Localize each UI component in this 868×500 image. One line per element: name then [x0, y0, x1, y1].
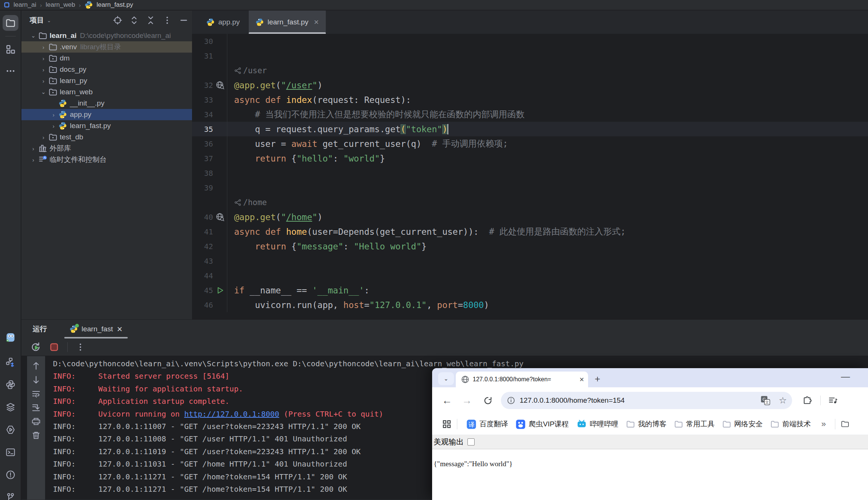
close-icon[interactable]: ✕ [116, 325, 122, 334]
gutter-border [227, 283, 227, 298]
hide-panel-icon[interactable] [179, 16, 188, 25]
tree-item-learn_ai[interactable]: ⌄learn_aiD:\code\pythoncode\learn_ai [21, 30, 192, 41]
code-area[interactable]: 3031/user32@app.get("/user")33async def … [192, 34, 868, 312]
arrow-down-icon[interactable] [32, 375, 41, 384]
bookmark-哔哩哔哩[interactable]: 哔哩哔哩 [573, 419, 622, 429]
project-tool-button[interactable] [3, 15, 18, 31]
minimize-icon[interactable]: — [841, 371, 850, 382]
tab-app-py[interactable]: app.py [200, 11, 246, 34]
code-token: } [380, 154, 385, 163]
bookmark-star-icon[interactable]: ☆ [779, 395, 787, 406]
expand-all-icon[interactable] [130, 16, 139, 25]
chevron-right-icon[interactable]: › [28, 145, 38, 152]
translate-icon[interactable]: G文 [761, 396, 770, 405]
stop-icon[interactable] [49, 342, 59, 352]
endpoint-inlay-hint[interactable]: /user [234, 66, 267, 75]
collapse-all-icon[interactable] [146, 16, 155, 25]
reload-icon[interactable] [483, 396, 493, 405]
back-icon[interactable]: ← [442, 395, 452, 406]
code-token: await [291, 139, 317, 149]
tree-item-learn_fast.py[interactable]: ›learn_fast.py [21, 120, 192, 131]
version-control-button[interactable] [3, 489, 18, 500]
tab-search-button[interactable]: ⌄ [438, 372, 454, 385]
chevron-right-icon[interactable]: › [38, 44, 48, 50]
tree-item-__init__.py[interactable]: __init__.py [21, 98, 192, 109]
print-icon[interactable] [32, 417, 41, 426]
chevron-right-icon[interactable]: › [48, 112, 59, 118]
tree-item-app.py[interactable]: ›app.py [21, 109, 192, 120]
locate-file-icon[interactable] [113, 16, 122, 25]
tree-item-test_db[interactable]: ›test_db [21, 131, 192, 143]
project-panel-title[interactable]: 项目 [30, 15, 44, 25]
tab-learn-fast-py[interactable]: learn_fast.py ✕ [249, 11, 326, 34]
endpoint-gutter-icon[interactable] [213, 81, 227, 89]
bookmarks-overflow-icon[interactable]: » [818, 419, 830, 429]
soft-wrap-icon[interactable] [32, 389, 41, 398]
run-gutter-icon[interactable] [213, 287, 227, 294]
tree-item-docs_py[interactable]: ›docs_py [21, 64, 192, 75]
pretty-print-checkbox[interactable] [467, 438, 475, 446]
close-icon[interactable]: ✕ [314, 18, 319, 26]
line-number: 43 [192, 257, 213, 266]
tree-item-learn_web[interactable]: ⌄learn_web [21, 86, 192, 98]
browser-content: {"message":"Hello world"} [432, 449, 868, 500]
bookmark-网络安全[interactable]: 网络安全 [718, 419, 767, 429]
breadcrumb-root[interactable]: learn_ai [14, 1, 36, 9]
terminal-button[interactable] [3, 444, 18, 460]
close-icon[interactable]: ✕ [579, 376, 584, 383]
chevron-down-icon[interactable]: ⌄ [38, 89, 48, 95]
arrow-up-icon[interactable] [32, 361, 41, 370]
python-packages-button[interactable] [3, 399, 18, 415]
text-caret [448, 124, 448, 134]
problems-button[interactable] [3, 467, 18, 483]
json-response-text: {"message":"Hello world"} [434, 460, 513, 468]
browser-tab[interactable]: 127.0.0.1:8000/home?token= ✕ [456, 372, 588, 387]
tree-item-外部库[interactable]: ›外部库 [21, 143, 192, 154]
site-info-icon[interactable] [507, 396, 515, 405]
folder-icon[interactable] [841, 420, 850, 429]
extensions-icon[interactable] [803, 396, 812, 405]
chevron-right-icon[interactable]: › [48, 123, 59, 129]
bookmark-百度翻译[interactable]: 译百度翻译 [463, 419, 512, 429]
bookmark-爬虫VIP课程[interactable]: 爬虫VIP课程 [512, 419, 573, 429]
tree-item-临时文件和控制台[interactable]: ›临时文件和控制台 [21, 154, 192, 165]
console-link[interactable]: http://127.0.0.1:8000 [184, 409, 279, 418]
tree-item-dm[interactable]: ›dm [21, 53, 192, 64]
address-bar[interactable]: 127.0.0.1:8000/home?token=154 G文 ☆ [501, 392, 792, 409]
tree-item-label: learn_fast.py [70, 122, 111, 130]
more-options-icon[interactable] [76, 343, 85, 352]
services-icon [6, 357, 15, 367]
scroll-end-icon[interactable] [32, 403, 41, 412]
chevron-down-icon[interactable]: ⌄ [28, 32, 38, 39]
chevron-right-icon[interactable]: › [28, 157, 38, 163]
apps-grid-icon[interactable] [442, 419, 452, 429]
breadcrumb-package[interactable]: learn_web [46, 1, 75, 9]
run-tab-learn-fast[interactable]: learn_fast ✕ [64, 320, 128, 338]
chevron-right-icon[interactable]: › [38, 78, 48, 84]
bookmark-常用工具[interactable]: 常用工具 [670, 419, 718, 429]
rerun-icon[interactable] [30, 342, 41, 352]
url-text[interactable]: 127.0.0.1:8000/home?token=154 [520, 396, 761, 405]
services-button[interactable] [3, 354, 18, 370]
bookmark-我的博客[interactable]: 我的博客 [622, 419, 670, 429]
chevron-right-icon[interactable]: › [38, 66, 48, 73]
chevron-right-icon[interactable]: › [38, 55, 48, 62]
new-tab-icon[interactable]: ＋ [593, 373, 602, 385]
tree-item-label: learn_py [60, 77, 87, 85]
more-tools-button[interactable] [3, 63, 18, 79]
endpoint-gutter-icon[interactable] [213, 213, 227, 221]
trash-icon[interactable] [32, 431, 41, 440]
tree-item-learn_py[interactable]: ›learn_py [21, 75, 192, 86]
endpoint-inlay-hint[interactable]: /home [234, 198, 267, 207]
structure-tool-button[interactable] [3, 41, 18, 57]
forward-icon[interactable]: → [462, 395, 472, 406]
breadcrumb-file[interactable]: learn_fast.py [97, 1, 133, 9]
panel-options-icon[interactable] [163, 16, 172, 25]
chevron-right-icon[interactable]: › [38, 134, 48, 140]
bookmark-前端技术[interactable]: 前端技术 [767, 419, 815, 429]
media-controls-icon[interactable] [828, 396, 838, 405]
python-console-button[interactable] [3, 377, 18, 393]
ai-assistant-button[interactable] [3, 330, 18, 346]
run-tool-button[interactable] [3, 422, 18, 438]
tree-item-.venv[interactable]: ›.venvlibrary根目录 [21, 41, 192, 53]
